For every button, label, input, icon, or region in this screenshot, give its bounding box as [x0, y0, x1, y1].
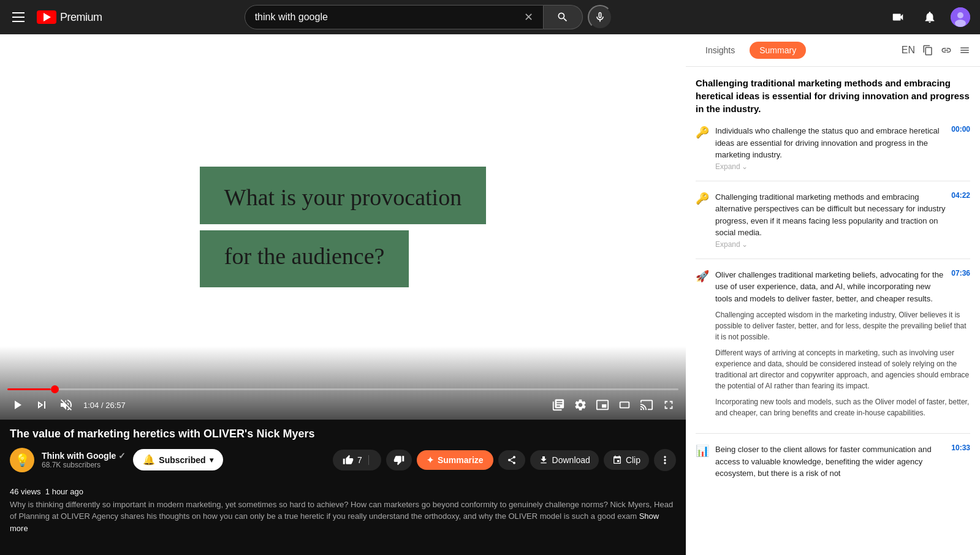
insight-text-1: Individuals who challenge the status quo…	[715, 125, 946, 161]
video-controls: 1:04 / 26:57	[0, 390, 686, 420]
summarize-button[interactable]: ✦ Summarize	[417, 450, 493, 470]
clip-button[interactable]: Clip	[604, 450, 649, 470]
menu-icon[interactable]	[959, 45, 970, 56]
mic-icon	[594, 11, 606, 23]
play-button[interactable]	[7, 395, 27, 415]
video-info: The value of marketing heretics with OLI…	[0, 420, 686, 479]
insight-body-4: Being closer to the client allows for fa…	[715, 444, 970, 480]
share-icon	[507, 455, 517, 465]
insight-text-4: Being closer to the client allows for fa…	[715, 444, 946, 480]
insight-timestamp-3[interactable]: 07:36	[951, 269, 970, 278]
create-icon	[891, 10, 905, 24]
svg-point-2	[955, 20, 966, 27]
chapters-button[interactable]	[549, 395, 568, 415]
channel-info: Think with Google ✓ 68.7K subscribers	[42, 451, 126, 469]
slide-green-top: What is your provocation	[200, 167, 486, 224]
bell-icon	[923, 10, 936, 24]
video-area: What is your provocation for the audienc…	[0, 34, 686, 555]
subscriber-count: 68.7K subscribers	[42, 461, 126, 469]
insight-timestamp-4[interactable]: 10:33	[951, 444, 970, 452]
download-icon	[539, 455, 549, 465]
search-icon	[556, 11, 569, 23]
mute-button[interactable]	[56, 395, 76, 415]
insight-body-3: Oliver challenges traditional marketing …	[715, 269, 970, 424]
insight-icon-1: 🔑	[696, 126, 709, 171]
tab-summary[interactable]: Summary	[750, 42, 806, 59]
insight-body-1: Individuals who challenge the status quo…	[715, 125, 970, 171]
main-content: What is your provocation for the audienc…	[0, 34, 980, 555]
insight-icon-2: 🔑	[696, 192, 709, 249]
copy-icon[interactable]	[922, 45, 933, 56]
settings-icon	[574, 398, 587, 412]
insight-icon-3: 🚀	[696, 270, 709, 424]
insight-timestamp-1[interactable]: 00:00	[951, 125, 970, 134]
youtube-icon	[37, 10, 56, 24]
notifications-button[interactable]	[919, 6, 941, 28]
next-button[interactable]	[32, 395, 51, 415]
search-box: ✕	[245, 5, 544, 29]
menu-button[interactable]	[10, 10, 27, 25]
insight-item-1: 🔑 Individuals who challenge the status q…	[696, 125, 970, 171]
insight-item-3: 🚀 Oliver challenges traditional marketin…	[696, 269, 970, 424]
slide-green-bottom: for the audience?	[200, 230, 409, 288]
like-button[interactable]: 7	[333, 450, 381, 470]
insight-expand-2[interactable]: Expand ⌄	[715, 240, 748, 249]
subscribe-button[interactable]: 🔔 Subscribed ▾	[133, 449, 222, 470]
cast-icon	[640, 398, 653, 412]
panel-header: Insights Summary EN	[686, 34, 980, 67]
search-button[interactable]	[544, 5, 583, 29]
link-icon[interactable]	[941, 45, 952, 56]
skip-next-icon	[34, 398, 49, 412]
size-button[interactable]	[593, 395, 612, 415]
summarize-icon: ✦	[427, 455, 434, 465]
time-display: 1:04 / 26:57	[83, 401, 126, 410]
avatar[interactable]	[951, 7, 970, 27]
description-area: 46 views 1 hour ago Why is thinking diff…	[0, 480, 686, 542]
logo[interactable]: Premium	[37, 10, 102, 24]
dislike-button[interactable]	[386, 450, 412, 470]
insight-text-3: Oliver challenges traditional marketing …	[715, 269, 946, 305]
insight-timestamp-2[interactable]: 04:22	[951, 191, 970, 200]
channel-avatar[interactable]: 💡	[10, 448, 34, 472]
topbar-right	[887, 6, 970, 28]
clear-search-icon[interactable]: ✕	[524, 10, 533, 24]
clip-icon	[612, 455, 622, 465]
video-title: The value of marketing heretics with OLI…	[10, 427, 676, 441]
cast-button[interactable]	[637, 395, 656, 415]
ctrl-right	[549, 395, 678, 415]
chevron-down-icon: ▾	[210, 456, 213, 464]
slide-text-top: What is your provocation	[224, 184, 462, 210]
search-area: ✕	[245, 5, 612, 29]
language-label[interactable]: EN	[902, 45, 915, 56]
search-input[interactable]	[255, 12, 519, 23]
tab-insights[interactable]: Insights	[696, 42, 745, 59]
action-buttons: 7 ✦ Summarize	[333, 449, 676, 471]
panel-header-right: EN	[902, 45, 970, 56]
theater-mode-button[interactable]	[615, 395, 634, 415]
insight-expand-1[interactable]: Expand ⌄	[715, 162, 748, 171]
summary-heading: Challenging traditional marketing method…	[696, 77, 970, 115]
insight-row-2: Challenging traditional marketing method…	[715, 191, 970, 239]
more-dots-icon	[659, 454, 671, 466]
bell-small-icon: 🔔	[143, 454, 155, 466]
fullscreen-icon	[662, 398, 675, 412]
thumbs-down-icon	[393, 455, 405, 466]
volume-mute-icon	[59, 398, 74, 412]
share-button[interactable]	[498, 450, 525, 470]
insight-row-3: Oliver challenges traditional marketing …	[715, 269, 970, 305]
insight-expanded-3: Challenging accepted wisdom in the marke…	[715, 309, 970, 418]
video-player[interactable]: What is your provocation for the audienc…	[0, 34, 686, 420]
insight-sub-2: Different ways of arriving at concepts i…	[715, 347, 970, 391]
channel-row: 💡 Think with Google ✓ 68.7K subscribers …	[10, 448, 676, 472]
settings-button[interactable]	[571, 395, 590, 415]
theater-icon	[618, 398, 631, 412]
more-options-button[interactable]	[654, 449, 676, 471]
fullscreen-button[interactable]	[659, 395, 678, 415]
play-icon	[10, 398, 25, 412]
right-panel: Insights Summary EN	[686, 34, 980, 555]
divider-2	[696, 259, 970, 259]
download-button[interactable]: Download	[530, 450, 599, 470]
mic-button[interactable]	[588, 5, 612, 29]
topbar: Premium ✕	[0, 0, 980, 34]
create-button[interactable]	[887, 6, 909, 28]
